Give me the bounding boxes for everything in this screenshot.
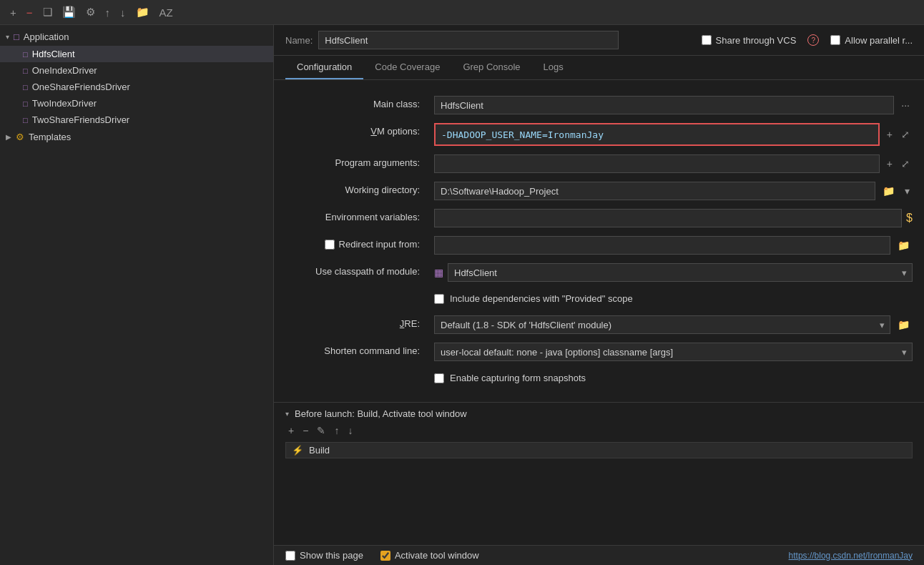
classpath-value: ▦ HdfsClient [434,263,913,282]
jre-row: JRE: Default (1.8 - SDK of 'HdfsClient' … [274,311,924,338]
working-dir-input[interactable] [434,182,875,200]
redirect-input-value: 📁 [434,236,913,255]
sidebar-item-twoindexdriver[interactable]: □ TwoIndexDriver [0,95,273,112]
vm-options-expand-btn[interactable]: ⤢ [898,127,913,142]
include-deps-checkbox-row: Include dependencies with "Provided" sco… [434,290,633,307]
show-page-label: Show this page [300,550,363,561]
jre-dropdown-wrap: Default (1.8 - SDK of 'HdfsClient' modul… [434,315,890,334]
program-args-value: + ⤢ [434,154,913,173]
before-launch-up-btn[interactable]: ↑ [331,423,342,438]
before-launch-header[interactable]: ▾ Before launch: Build, Activate tool wi… [285,408,913,419]
tab-grep-console[interactable]: Grep Console [451,56,531,79]
main-class-row: Main class: ··· [274,92,924,119]
redirect-input-checkbox[interactable] [325,240,335,250]
vm-options-buttons: + ⤢ [884,127,913,142]
name-label: Name: [285,35,313,46]
before-launch-add-btn[interactable]: + [285,423,297,438]
shorten-cmd-select[interactable]: user-local default: none - java [options… [434,343,913,361]
help-icon[interactable]: ? [807,34,819,46]
save-icon[interactable]: 💾 [59,4,79,20]
jre-browse-btn[interactable]: 📁 [895,318,913,332]
vm-options-row: VM options: + ⤢ [274,119,924,150]
application-group[interactable]: ▾ □ Application [0,28,273,46]
before-launch-down-btn[interactable]: ↓ [345,423,355,438]
tab-configuration[interactable]: Configuration [285,56,363,79]
move-up-icon[interactable]: ↑ [102,5,114,20]
include-deps-value: Include dependencies with "Provided" sco… [434,290,913,307]
working-dir-value: 📁 ▾ [434,182,913,200]
before-launch-toolbar: + − ✎ ↑ ↓ [285,423,913,438]
tab-code-coverage[interactable]: Code Coverage [363,56,451,79]
sort-icon[interactable]: AZ [157,5,176,20]
sidebar-item-label: HdfsClient [32,49,75,59]
vm-options-input[interactable] [434,123,880,146]
enable-snapshots-checkbox[interactable] [434,373,444,383]
application-folder-icon: □ [14,31,19,42]
build-arrow-icon: ⚡ [292,445,303,456]
classpath-select[interactable]: HdfsClient [448,263,913,282]
working-dir-row: Working directory: 📁 ▾ [274,177,924,205]
templates-group[interactable]: ▶ ⚙ Templates [0,128,273,146]
main-content: ▾ □ Application □ HdfsClient □ OneIndexD… [0,25,924,565]
config-name-input[interactable] [318,31,619,49]
prog-args-expand-btn[interactable]: ⤢ [898,157,913,171]
env-vars-value: $ [434,209,913,227]
jre-select[interactable]: Default (1.8 - SDK of 'HdfsClient' modul… [434,315,890,334]
prog-args-add-btn[interactable]: + [884,157,895,171]
item-folder-icon: □ [23,83,28,92]
include-deps-checkbox[interactable] [434,294,444,304]
before-launch-remove-btn[interactable]: − [300,423,311,438]
classpath-label: Use classpath of module: [285,263,428,277]
templates-label: Templates [29,132,71,142]
shorten-cmd-label: Shorten command line: [285,343,428,356]
working-dir-dropdown-btn[interactable]: ▾ [902,184,913,198]
sidebar-item-label: OneShareFriendsDriver [32,82,130,92]
main-class-input[interactable] [434,96,894,114]
sidebar-item-oneindexdriver[interactable]: □ OneIndexDriver [0,62,273,79]
bottom-url[interactable]: https://blog.csdn.net/IronmanJay [789,551,913,561]
remove-icon[interactable]: − [24,5,36,20]
sidebar-item-twosharefriendsdriver[interactable]: □ TwoShareFriendsDriver [0,112,273,128]
item-folder-icon: □ [23,116,28,124]
enable-snapshots-spacer [285,370,428,373]
top-bar: + − ❑ 💾 ⚙ ↑ ↓ 📁 AZ [0,0,924,25]
main-class-browse-btn[interactable]: ··· [898,98,913,112]
folder-icon[interactable]: 📁 [133,4,152,20]
share-vcs-checkbox[interactable] [702,35,712,45]
redirect-input-row: Redirect input from: 📁 [274,232,924,259]
vm-options-label: VM options: [285,123,428,137]
item-folder-icon: □ [23,99,28,108]
env-vars-input[interactable] [434,209,902,227]
sidebar-item-onesharefriendsdriver[interactable]: □ OneShareFriendsDriver [0,79,273,95]
move-down-icon[interactable]: ↓ [117,5,129,20]
copy-icon[interactable]: ❑ [40,4,55,20]
templates-gear-icon: ⚙ [16,132,24,142]
chevron-right-icon: ▾ [6,33,9,41]
item-folder-icon: □ [23,50,28,59]
allow-parallel-checkbox[interactable] [830,35,840,45]
program-args-row: Program arguments: + ⤢ [274,150,924,177]
program-args-input[interactable] [434,154,880,173]
working-dir-browse-btn[interactable]: 📁 [880,184,898,198]
tab-logs[interactable]: Logs [532,56,575,79]
enable-snapshots-row: Enable capturing form snapshots [274,365,924,390]
show-page-wrap: Show this page [285,550,363,561]
share-vcs-wrap: Share through VCS [702,35,797,46]
redirect-input-label: Redirect input from: [285,236,428,250]
activate-tool-label: Activate tool window [395,550,479,561]
redirect-input-input[interactable] [434,236,890,255]
form-area: Main class: ··· VM options: + ⤢ [274,80,924,545]
activate-tool-checkbox[interactable] [380,551,390,561]
settings-icon[interactable]: ⚙ [83,4,98,20]
redirect-browse-btn[interactable]: 📁 [895,238,913,252]
shorten-cmd-dropdown-wrap: user-local default: none - java [options… [434,343,913,361]
shorten-cmd-value: user-local default: none - java [options… [434,343,913,361]
include-deps-label: Include dependencies with "Provided" sco… [450,293,633,304]
env-vars-dollar-icon[interactable]: $ [906,212,913,225]
vm-options-add-btn[interactable]: + [884,127,895,142]
item-folder-icon: □ [23,67,28,75]
add-icon[interactable]: + [7,5,19,20]
show-page-checkbox[interactable] [285,551,295,561]
sidebar-item-hdfsclient[interactable]: □ HdfsClient [0,46,273,62]
before-launch-edit-btn[interactable]: ✎ [314,423,328,438]
